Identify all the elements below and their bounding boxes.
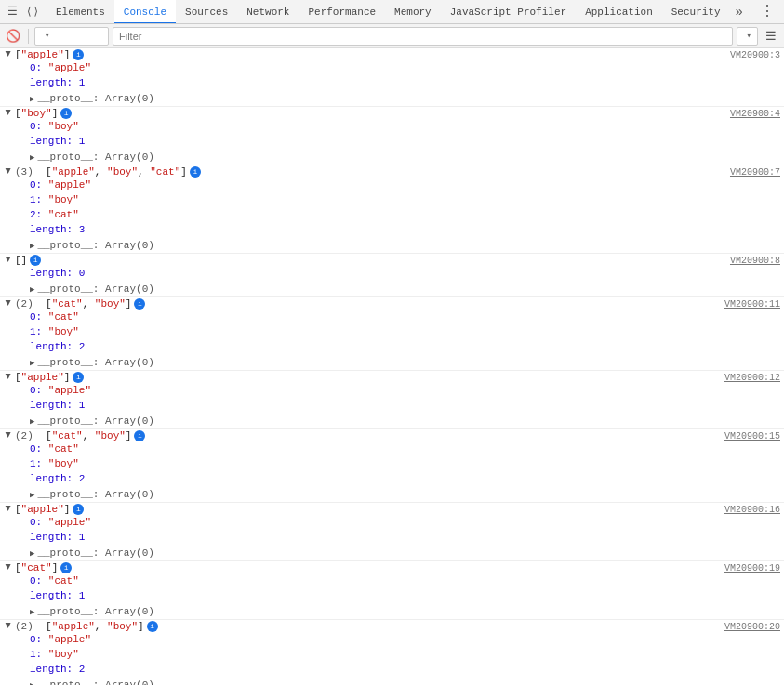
expand-arrow[interactable]: ▶ — [3, 564, 14, 573]
timestamp: VM20900:15 — [724, 431, 780, 441]
expand-arrow[interactable]: ▶ — [3, 168, 14, 178]
prop-key: 0: — [30, 311, 48, 323]
proto-expand-arrow[interactable]: ▶ — [30, 284, 34, 295]
prop-line: length: 1 — [0, 531, 784, 546]
expand-arrow[interactable]: ▶ — [3, 51, 14, 60]
prop-line: 0: "apple" — [0, 633, 784, 648]
proto-expand-arrow[interactable]: ▶ — [30, 607, 34, 617]
proto-expand-arrow[interactable]: ▶ — [30, 94, 34, 104]
prop-key: length: — [30, 473, 79, 484]
prop-key: length: — [30, 224, 79, 235]
array-label: ["cat"] — [15, 562, 58, 573]
proto-line: ▶__proto__: Array(0) — [0, 355, 784, 370]
prop-key: 0: — [30, 179, 48, 191]
prop-value: "apple" — [48, 634, 91, 645]
context-arrow: ▾ — [45, 31, 49, 41]
timestamp: VM20900:7 — [730, 167, 780, 178]
log-line: ▶(3) ["apple", "boy", "cat"]iVM20900:7 — [0, 165, 784, 178]
prop-key: 0: — [30, 634, 48, 645]
log-line: ▶(2) ["cat", "boy"]iVM20900:15 — [0, 429, 784, 442]
prop-key: 0: — [30, 121, 48, 132]
sidebar-toggle[interactable]: ☰ — [762, 27, 780, 46]
prop-line: length: 2 — [0, 472, 784, 487]
expand-arrow[interactable]: ▶ — [3, 374, 14, 383]
log-line: ▶["boy"]iVM20900:4 — [0, 107, 784, 120]
console-entry: ▶(2) ["cat", "boy"]iVM20900:150: "cat"1:… — [0, 429, 784, 503]
prop-line: 0: "boy" — [0, 120, 784, 135]
proto-expand-arrow[interactable]: ▶ — [30, 548, 34, 559]
proto-expand-arrow[interactable]: ▶ — [30, 152, 34, 163]
device-icon[interactable]: ⟨⟩ — [24, 4, 41, 20]
expand-arrow[interactable]: ▶ — [3, 257, 14, 266]
proto-expand-arrow[interactable]: ▶ — [30, 490, 34, 500]
log-line: ▶["apple"]iVM20900:12 — [0, 371, 784, 384]
console-entry: ▶["apple"]iVM20900:160: "apple"length: 1… — [0, 503, 784, 561]
prop-key: 2: — [30, 209, 48, 220]
timestamp: VM20900:16 — [724, 505, 780, 515]
prop-line: 1: "boy" — [0, 325, 784, 340]
info-icon[interactable]: i — [190, 166, 201, 178]
info-icon[interactable]: i — [73, 372, 84, 383]
proto-text: __proto__: Array(0) — [37, 547, 153, 559]
timestamp: VM20900:19 — [724, 563, 780, 573]
proto-expand-arrow[interactable]: ▶ — [30, 680, 34, 686]
console-entry: ▶["boy"]iVM20900:40: "boy"length: 1▶__pr… — [0, 107, 784, 165]
prop-key: length: — [30, 400, 79, 411]
console-entry: ▶["apple"]iVM20900:120: "apple"length: 1… — [0, 371, 784, 429]
context-selector[interactable]: ▾ — [34, 27, 109, 46]
tab-performance[interactable]: Performance — [299, 0, 385, 24]
proto-expand-arrow[interactable]: ▶ — [30, 241, 34, 251]
clear-console-button[interactable]: 🚫 — [4, 27, 22, 46]
log-line: ▶["apple"]iVM20900:3 — [0, 48, 784, 61]
info-icon[interactable]: i — [134, 298, 145, 310]
prop-line: length: 1 — [0, 76, 784, 91]
proto-expand-arrow[interactable]: ▶ — [30, 416, 34, 427]
filter-input[interactable] — [113, 27, 733, 46]
tab-network[interactable]: Network — [237, 0, 299, 24]
console-toolbar: 🚫 ▾ ▾ ☰ — [0, 24, 784, 48]
tab-memory[interactable]: Memory — [385, 0, 441, 24]
tab-security[interactable]: Security — [662, 0, 730, 24]
prop-line: 0: "cat" — [0, 442, 784, 457]
info-icon[interactable]: i — [147, 621, 158, 632]
info-icon[interactable]: i — [73, 504, 84, 515]
expand-arrow[interactable]: ▶ — [3, 506, 14, 515]
prop-line: 0: "cat" — [0, 310, 784, 325]
prop-value: "boy" — [48, 458, 79, 469]
console-entry: ▶(2) ["apple", "boy"]iVM20900:200: "appl… — [0, 620, 784, 685]
proto-text: __proto__: Array(0) — [37, 679, 153, 685]
prop-line: 1: "boy" — [0, 457, 784, 472]
prop-value: 2 — [79, 473, 86, 484]
proto-expand-arrow[interactable]: ▶ — [30, 358, 34, 368]
tab-application[interactable]: Application — [576, 0, 662, 24]
proto-line: ▶__proto__: Array(0) — [0, 91, 784, 106]
tab-overflow-btn[interactable]: » — [730, 0, 749, 24]
prop-line: length: 1 — [0, 399, 784, 414]
info-icon[interactable]: i — [30, 255, 41, 266]
prop-line: 1: "boy" — [0, 648, 784, 663]
settings-icon[interactable]: ⋮ — [754, 0, 780, 24]
prop-value: 1 — [79, 136, 86, 147]
expand-arrow[interactable]: ▶ — [3, 623, 14, 632]
prop-line: length: 2 — [0, 663, 784, 678]
array-label: ["boy"] — [15, 108, 58, 119]
info-icon[interactable]: i — [134, 430, 145, 441]
expand-arrow[interactable]: ▶ — [3, 110, 14, 119]
tab-js-profiler[interactable]: JavaScript Profiler — [441, 0, 576, 24]
info-icon[interactable]: i — [60, 108, 72, 119]
tab-console[interactable]: Console — [114, 0, 176, 24]
prop-key: 1: — [30, 326, 48, 337]
tab-elements[interactable]: Elements — [47, 0, 114, 24]
proto-text: __proto__: Array(0) — [37, 415, 153, 427]
tab-sources[interactable]: Sources — [176, 0, 237, 24]
prop-line: 0: "apple" — [0, 384, 784, 399]
inspect-icon[interactable]: ☰ — [4, 4, 20, 20]
expand-arrow[interactable]: ▶ — [3, 300, 14, 310]
expand-arrow[interactable]: ▶ — [3, 432, 14, 441]
levels-selector[interactable]: ▾ — [737, 27, 758, 46]
info-icon[interactable]: i — [73, 49, 84, 60]
prop-value: 3 — [79, 224, 86, 235]
info-icon[interactable]: i — [60, 562, 72, 573]
timestamp: VM20900:12 — [724, 373, 780, 383]
prop-line: 1: "boy" — [0, 193, 784, 208]
